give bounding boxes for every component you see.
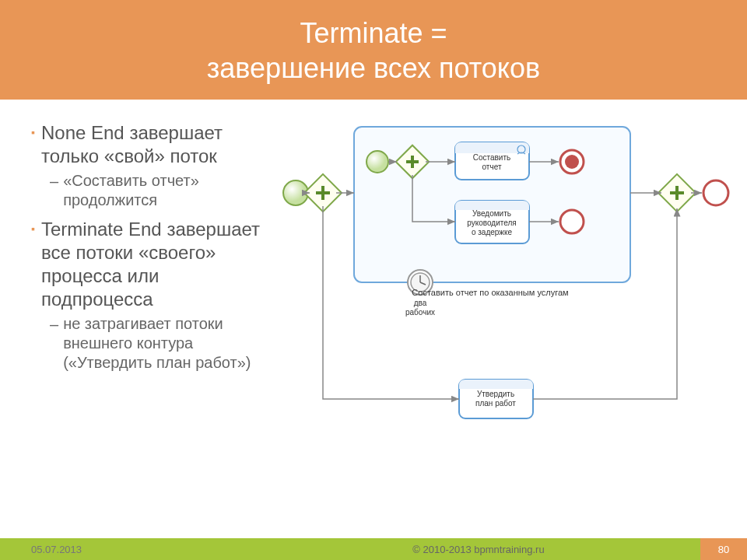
task-approve-plan: Утвердить план работ xyxy=(459,380,533,418)
slide-title: Terminate = завершение всех потоков xyxy=(0,0,747,100)
svg-text:отчет: отчет xyxy=(482,163,502,171)
svg-text:Утвердить: Утвердить xyxy=(477,390,514,398)
timer-label: два xyxy=(414,299,427,307)
bullet-icon: ▪ xyxy=(31,121,35,168)
terminate-end-icon xyxy=(560,150,584,173)
sub-1: «Составить отчет» продолжится xyxy=(63,171,272,210)
subprocess-label: Составить отчет по оказанным услугам xyxy=(412,288,568,297)
timer-label: рабочих xyxy=(405,308,435,317)
bullet-icon: ▪ xyxy=(31,218,35,311)
bullet-1: None End завершает только «свой» поток xyxy=(41,121,272,168)
end-event-icon xyxy=(703,180,728,205)
svg-text:план работ: план работ xyxy=(475,399,516,408)
svg-text:Составить: Составить xyxy=(473,153,511,162)
footer-date: 05.07.2013 xyxy=(0,544,257,555)
dash-icon: – xyxy=(50,171,58,210)
footer-copyright: © 2010-2013 bpmntraining.ru xyxy=(257,544,700,555)
title-line2: завершение всех потоков xyxy=(0,51,747,86)
sub-2: не затрагивает потоки внешнего контура (… xyxy=(63,314,272,373)
dash-icon: – xyxy=(50,314,58,373)
footer: 05.07.2013 © 2010-2013 bpmntraining.ru 8… xyxy=(0,538,747,560)
svg-text:о задержке: о задержке xyxy=(472,228,513,236)
svg-text:руководителя: руководителя xyxy=(467,219,516,227)
text-column: ▪None End завершает только «свой» поток … xyxy=(31,115,280,488)
start-event-icon xyxy=(366,151,388,173)
end-event-icon xyxy=(560,210,584,233)
svg-point-4 xyxy=(565,155,579,169)
footer-page: 80 xyxy=(700,538,747,560)
title-line1: Terminate = xyxy=(0,16,747,51)
task-notify-manager: Уведомить руководителя о задержке xyxy=(455,201,529,243)
svg-text:Уведомить: Уведомить xyxy=(472,209,511,218)
diagram: Составить отчет Уведомить руководителя о… xyxy=(280,115,731,488)
task-compose-report: Составить отчет xyxy=(455,142,529,180)
bullet-2: Terminate End завершает все потоки «свое… xyxy=(41,218,272,311)
